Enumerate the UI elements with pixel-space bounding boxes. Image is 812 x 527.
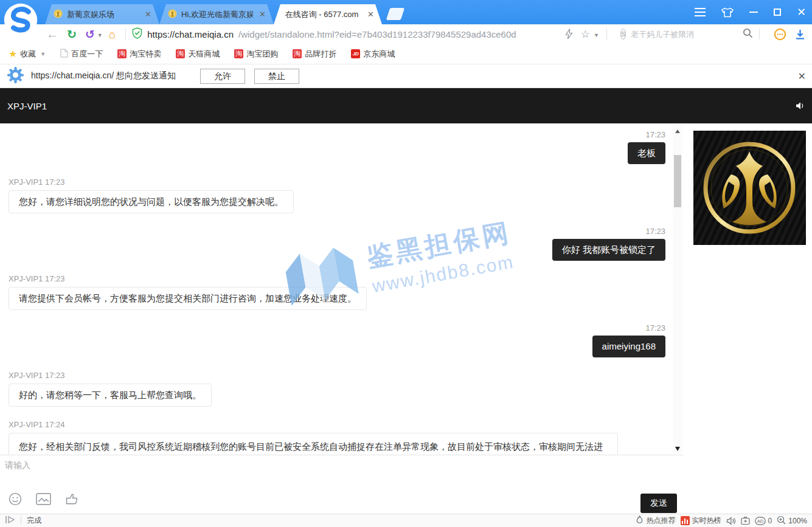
bookmark-baidu[interactable]: 百度一下: [60, 49, 103, 60]
tab-bar: 新葡京娱乐场 ✕ Hi,欢迎光临新葡京娱樂場 ✕ 在线咨询 - 6577.com…: [0, 0, 812, 24]
minimize-icon[interactable]: [749, 12, 758, 13]
scroll-up-icon[interactable]: [675, 129, 680, 133]
bookmark-label: 京东商城: [363, 49, 395, 60]
search-box[interactable]: S: [620, 28, 753, 41]
extensions-circle-icon[interactable]: [774, 28, 786, 41]
message-sender-label: XPJ-VIP1 17:24: [9, 419, 665, 430]
message-bubble: 请您提供下会员帐号，方便客服为您提交相关部门进行咨询，加速您业务处理速度。: [9, 287, 367, 310]
ad-block-item[interactable]: AD 0: [755, 517, 772, 525]
browser-toolbar: ← ↻ ↺ ▼ ⌂ https://chat.meiqia.cn/widget/…: [0, 24, 812, 44]
tab-online-chat-active[interactable]: 在线咨询 - 6577.com ✕: [274, 4, 382, 24]
chat-header: XPJ-VIP1: [0, 88, 812, 123]
ad-icon: AD: [757, 518, 763, 524]
send-button[interactable]: 发送: [640, 494, 677, 513]
chat-message-agent: XPJ-VIP1 17:23 好的，请您稍等一下，客服马上帮您查询哦。: [9, 370, 665, 407]
taobao-icon: 淘: [234, 49, 243, 58]
message-sender-label: XPJ-VIP1 17:23: [9, 274, 665, 284]
https-shield-icon[interactable]: [132, 27, 142, 41]
chat-message-agent: XPJ-VIP1 17:24 您好，经相关部门反馈，我司风控系统近期稽核到您的账…: [9, 419, 665, 455]
close-window-icon[interactable]: ✕: [797, 7, 806, 18]
refresh-icon[interactable]: ↻: [67, 29, 77, 40]
message-sender-label: XPJ-VIP1 17:23: [9, 370, 665, 381]
maximize-icon[interactable]: [774, 9, 781, 16]
status-speaker-icon[interactable]: [726, 517, 736, 525]
scroll-down-icon[interactable]: [675, 447, 680, 451]
zoom-control[interactable]: 100%: [777, 515, 807, 526]
chat-message-agent: XPJ-VIP1 17:23 您好，请您详细说明您的状况与问题，以便客服为您提交…: [9, 177, 665, 213]
message-timestamp: 17:23: [9, 226, 665, 237]
bookmark-tmall[interactable]: 淘 天猫商城: [176, 49, 220, 60]
undo-dropdown-icon[interactable]: ▼: [97, 32, 103, 38]
tab-favicon-icon: [54, 9, 63, 20]
message-bubble: 您好，请您详细说明您的状况与问题，以便客服为您提交解决呢。: [9, 190, 294, 213]
hot-recommend-label: 热点推荐: [647, 515, 676, 526]
input-tool-icons: [9, 492, 78, 508]
favorites-menu[interactable]: ★ 收藏 ▼: [9, 48, 46, 60]
tab-xpj-welcome[interactable]: Hi,欢迎光临新葡京娱樂場 ✕: [159, 4, 274, 24]
bookmark-brand-discount[interactable]: 淘 品牌打折: [293, 49, 336, 60]
speed-mode-lightning-icon[interactable]: [565, 29, 573, 40]
chat-scrollbar[interactable]: [673, 125, 682, 453]
message-list: 17:23 老板 XPJ-VIP1 17:23 您好，请您详细说明您的状况与问题…: [0, 123, 673, 455]
tab-favicon-icon: [168, 9, 177, 20]
casino-brand-logo: [693, 131, 806, 245]
bookmark-jd[interactable]: JD 京东商城: [351, 49, 395, 60]
message-bubble: aimeiying168: [592, 336, 665, 357]
address-bar[interactable]: https://chat.meiqia.cn/widget/standalone…: [132, 27, 557, 41]
favorites-star-icon: ★: [9, 48, 17, 60]
bookmark-taobao-sale[interactable]: 淘 淘宝特卖: [117, 49, 161, 60]
ad-block-count: 0: [768, 517, 772, 525]
thumbs-up-icon[interactable]: [65, 492, 78, 508]
search-input[interactable]: [631, 30, 738, 39]
favorites-label: 收藏: [20, 49, 36, 60]
sound-speaker-icon[interactable]: [795, 101, 805, 113]
url-path: /widget/standalone.html?eid=e7b403d19122…: [238, 29, 516, 40]
bookmark-dropdown-icon[interactable]: ▼: [594, 32, 599, 38]
page-icon: [60, 49, 68, 60]
hot-list-label: 实时热榜: [692, 515, 721, 526]
hot-recommend-item[interactable]: 热点推荐: [635, 515, 676, 526]
message-sender-label: XPJ-VIP1 17:23: [9, 177, 665, 188]
bookmark-star-icon[interactable]: ☆: [581, 28, 590, 41]
message-bubble: 您好，经相关部门反馈，我司风控系统近期稽核到您的账号目前已被安全系统自动捕捉存在…: [9, 433, 618, 455]
emoji-icon[interactable]: [9, 492, 22, 508]
deny-button[interactable]: 禁止: [254, 69, 299, 84]
tab-close-icon[interactable]: ✕: [143, 10, 153, 19]
scrollbar-thumb[interactable]: [674, 155, 681, 207]
allow-button[interactable]: 允许: [200, 69, 245, 84]
window-controls: ✕: [695, 0, 806, 24]
chat-side-panel: [683, 123, 812, 455]
image-upload-icon[interactable]: [36, 493, 51, 508]
tab-close-icon[interactable]: ✕: [366, 10, 376, 19]
undo-closed-tab-icon[interactable]: ↺: [85, 29, 95, 40]
message-timestamp: 17:23: [9, 323, 665, 334]
toolbar-right: ☆ ▼ S: [557, 28, 812, 41]
home-icon[interactable]: ⌂: [109, 29, 116, 40]
toolbox-icon[interactable]: [741, 516, 750, 525]
sogou-browser-logo-icon[interactable]: [3, 2, 38, 38]
statusbar-right: 热点推荐 实时热榜 AD 0 100%: [635, 515, 807, 526]
hot-list-item[interactable]: 实时热榜: [681, 515, 721, 526]
bookmark-label: 天猫商城: [188, 49, 220, 60]
message-input[interactable]: [5, 460, 552, 488]
tab-xpj-casino[interactable]: 新葡京娱乐场 ✕: [45, 4, 159, 24]
tab-close-icon[interactable]: ✕: [257, 10, 268, 19]
menu-icon[interactable]: [695, 8, 706, 16]
new-tab-button[interactable]: [386, 8, 404, 20]
statusbar-divider: [21, 517, 21, 525]
taobao-icon: 淘: [176, 49, 185, 58]
notification-bar: https://chat.meiqia.cn/ 想向您发送通知 允许 禁止 ✕: [0, 64, 812, 88]
favorites-dropdown-icon: ▼: [40, 51, 46, 57]
bookmark-label: 淘宝团购: [246, 49, 278, 60]
skin-theme-icon[interactable]: [721, 7, 734, 18]
notification-close-icon[interactable]: ✕: [798, 71, 806, 82]
media-play-icon[interactable]: [5, 515, 15, 526]
input-zone: 发送: [0, 455, 683, 514]
chat-message-user: 17:23 aimeiying168: [9, 323, 665, 357]
bookmark-taobao-group[interactable]: 淘 淘宝团购: [234, 49, 278, 60]
magnifier-icon[interactable]: [743, 28, 753, 41]
bookmark-label: 品牌打折: [305, 49, 336, 60]
status-bar: 完成 热点推荐 实时热榜 AD 0: [0, 514, 812, 527]
download-icon[interactable]: [794, 29, 806, 40]
back-icon[interactable]: ←: [46, 28, 58, 40]
